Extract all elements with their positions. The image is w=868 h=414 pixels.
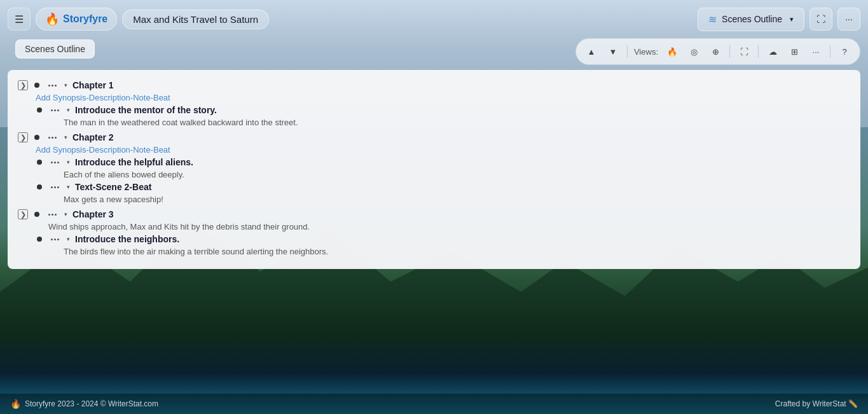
chapter-1-synopsis-link[interactable]: Add Synopsis-Description-Note-Beat xyxy=(36,93,850,102)
scene-2-1-title[interactable]: Introduce the helpful aliens. xyxy=(75,157,193,167)
chapter-3-group: ❯ ▾ Chapter 3 Wind ships approach, Max a… xyxy=(18,209,850,256)
divider-3 xyxy=(758,45,759,58)
chapter-1-arrow[interactable]: ▾ xyxy=(64,82,67,88)
chapter-2-arrow[interactable]: ▾ xyxy=(64,134,67,141)
chapter-3-synopsis-text: Wind ships approach, Max and Kits hit by… xyxy=(48,222,850,231)
chapter-1-group: ❯ ▾ Chapter 1 Add Synopsis-Description-N… xyxy=(18,80,850,127)
scene-3-1-arrow[interactable]: ▾ xyxy=(67,236,70,242)
chapter-2-more-button[interactable] xyxy=(46,135,59,140)
navbar: ☰ 🔥 Storyfyre Max and Kits Travel to Sat… xyxy=(0,0,868,38)
navbar-right: ≋ Scenes Outline ▾ ⛶ ··· xyxy=(698,8,860,31)
scene-3-1-row: ▾ Introduce the neighbors. xyxy=(33,234,850,244)
chapter-2-row: ❯ ▾ Chapter 2 xyxy=(18,132,850,142)
footer-crafted: Crafted by WriterStat ✏️ xyxy=(775,399,858,408)
scene-1-1-dot xyxy=(37,107,42,113)
chapter-2-dot xyxy=(34,135,39,140)
view-flame-button[interactable]: 🔥 xyxy=(662,41,682,62)
scene-3-1-title[interactable]: Introduce the neighbors. xyxy=(75,234,179,244)
footer: 🔥 Storyfyre 2023 - 2024 © WriterStat.com… xyxy=(0,394,868,414)
scene-2-1-more-button[interactable] xyxy=(48,160,62,165)
scenes-outline-label: Scenes Outline xyxy=(15,39,95,59)
navbar-more-button[interactable]: ··· xyxy=(837,8,860,31)
grid-button[interactable]: ⊞ xyxy=(784,41,804,62)
cloud-button[interactable]: ☁ xyxy=(762,41,783,62)
fullscreen-button[interactable]: ⛶ xyxy=(809,8,832,31)
chapter-3-dot xyxy=(34,212,39,217)
chapter-1-dot xyxy=(34,83,39,88)
scenes-outline-panel: ❯ ▾ Chapter 1 Add Synopsis-Description-N… xyxy=(8,70,860,269)
chapter-1-collapse-button[interactable]: ❯ xyxy=(18,80,28,90)
scene-2-2-dot xyxy=(37,184,42,190)
footer-flame-icon: 🔥 xyxy=(10,399,21,409)
scene-1-1-more-button[interactable] xyxy=(48,108,62,113)
chapter-2-title[interactable]: Chapter 2 xyxy=(72,132,114,142)
scene-2-1-row: ▾ Introduce the helpful aliens. xyxy=(33,157,850,167)
scene-2-2-more-button[interactable] xyxy=(48,185,62,190)
brand-button[interactable]: 🔥 Storyfyre xyxy=(36,8,117,31)
views-label: Views: xyxy=(634,47,658,57)
chapter-3-more-button[interactable] xyxy=(46,212,59,217)
chapter-3-arrow[interactable]: ▾ xyxy=(64,211,67,217)
chapter-3-title[interactable]: Chapter 3 xyxy=(72,209,114,219)
project-title-text: Max and Kits Travel to Saturn xyxy=(133,14,258,25)
chapter-1-row: ❯ ▾ Chapter 1 xyxy=(18,80,850,90)
menu-button[interactable]: ☰ xyxy=(8,8,31,31)
toolbar-more-button[interactable]: ··· xyxy=(806,41,826,62)
scene-1-1-arrow[interactable]: ▾ xyxy=(67,107,70,113)
scene-1-1-title[interactable]: Introduce the mentor of the story. xyxy=(75,105,217,115)
scene-2-2-row: ▾ Text-Scene 2-Beat xyxy=(33,182,850,192)
help-button[interactable]: ? xyxy=(834,41,855,62)
view-circle-button[interactable]: ◎ xyxy=(684,41,704,62)
scene-1-1-text: The man in the weathered coat walked bac… xyxy=(64,118,850,127)
scene-2-1-text: Each of the aliens bowed deeply. xyxy=(64,170,850,179)
down-button[interactable]: ▼ xyxy=(603,41,623,62)
scene-3-1-text: The birds flew into the air making a ter… xyxy=(64,247,850,256)
chapter-3-row: ❯ ▾ Chapter 3 xyxy=(18,209,850,219)
scene-2-1-dot xyxy=(37,160,42,165)
brand-label: Storyfyre xyxy=(63,13,107,25)
chapter-2-collapse-button[interactable]: ❯ xyxy=(18,132,28,142)
flame-icon: 🔥 xyxy=(45,12,59,26)
chapter-2-group: ❯ ▾ Chapter 2 Add Synopsis-Description-N… xyxy=(18,132,850,204)
project-title-button[interactable]: Max and Kits Travel to Saturn xyxy=(122,10,269,29)
chapter-1-more-button[interactable] xyxy=(46,83,59,88)
scene-2-2-text: Max gets a new spaceship! xyxy=(64,195,850,204)
divider-1 xyxy=(627,45,628,58)
scene-3-1-more-button[interactable] xyxy=(48,237,62,242)
chapter-3-collapse-button[interactable]: ❯ xyxy=(18,209,28,219)
scene-3-1-dot xyxy=(37,237,42,242)
scene-2-2-arrow[interactable]: ▾ xyxy=(67,184,70,190)
scene-1-1-row: ▾ Introduce the mentor of the story. xyxy=(33,105,850,115)
chapter-2-synopsis-link[interactable]: Add Synopsis-Description-Note-Beat xyxy=(36,145,850,155)
footer-left: 🔥 Storyfyre 2023 - 2024 © WriterStat.com xyxy=(10,399,158,409)
scene-2-2-title[interactable]: Text-Scene 2-Beat xyxy=(75,182,151,192)
toolbar: ▲ ▼ Views: 🔥 ◎ ⊕ ⛶ ☁ ⊞ ··· ? xyxy=(575,38,860,65)
scene-2-1-arrow[interactable]: ▾ xyxy=(67,159,70,165)
view-target-button[interactable]: ⊕ xyxy=(705,41,726,62)
divider-4 xyxy=(830,45,830,58)
chapter-1-title[interactable]: Chapter 1 xyxy=(72,80,114,90)
up-button[interactable]: ▲ xyxy=(581,41,602,62)
scenes-outline-nav-button[interactable]: ≋ Scenes Outline ▾ xyxy=(698,8,804,31)
divider-2 xyxy=(729,45,730,58)
scenes-waves-icon: ≋ xyxy=(708,13,717,25)
footer-copyright: Storyfyre 2023 - 2024 © WriterStat.com xyxy=(25,399,158,408)
scenes-outline-nav-label: Scenes Outline xyxy=(722,14,782,24)
expand-view-button[interactable]: ⛶ xyxy=(734,41,754,62)
chevron-down-icon: ▾ xyxy=(790,15,794,24)
